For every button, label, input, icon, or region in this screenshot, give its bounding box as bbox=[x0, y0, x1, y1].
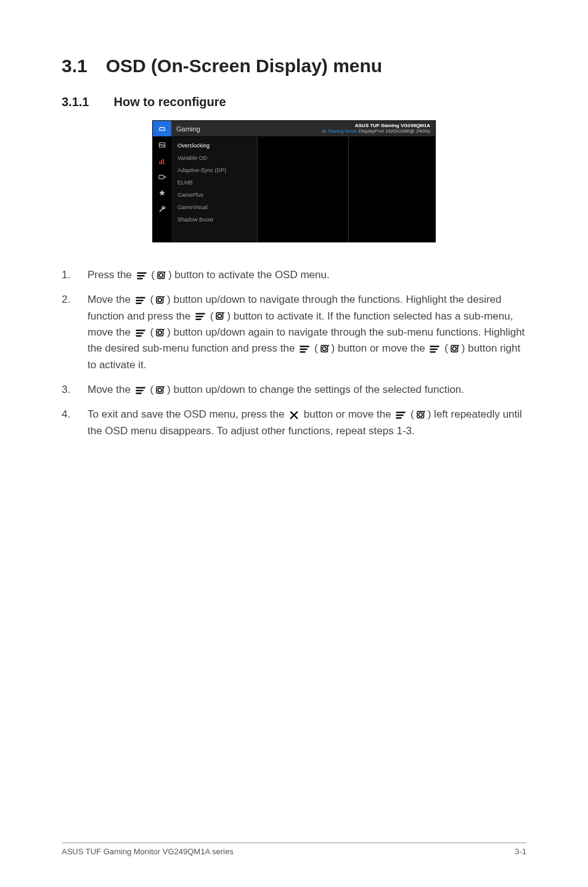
close-icon bbox=[288, 409, 300, 421]
star-icon bbox=[153, 185, 171, 201]
step-1: 1. Press the () button to activate the O… bbox=[62, 267, 526, 283]
joystick-icon bbox=[449, 343, 461, 355]
menu-icon bbox=[134, 327, 147, 339]
svg-rect-2 bbox=[161, 160, 162, 163]
menu-icon bbox=[134, 384, 147, 397]
list-item: ELMB bbox=[171, 176, 257, 189]
step-number: 2. bbox=[62, 292, 88, 373]
osd-submenu-col bbox=[258, 137, 349, 242]
step-2: 2. Move the () button up/down to navigat… bbox=[62, 292, 526, 373]
joystick-icon bbox=[154, 327, 166, 339]
step-number: 3. bbox=[62, 382, 88, 398]
menu-icon bbox=[428, 343, 441, 355]
menu-icon bbox=[298, 343, 311, 355]
subsection-number: 3.1.1 bbox=[62, 95, 89, 109]
step-text: Move the () button up/down to change the… bbox=[88, 382, 526, 398]
list-item: Overclocking bbox=[171, 139, 257, 152]
menu-icon bbox=[394, 409, 407, 421]
page-footer: ASUS TUF Gaming Monitor VG249QM1A series… bbox=[62, 843, 526, 856]
joystick-icon bbox=[415, 409, 427, 421]
controller-icon bbox=[153, 121, 171, 137]
step-number: 1. bbox=[62, 267, 88, 283]
menu-icon bbox=[134, 294, 147, 307]
section-heading: 3.1 OSD (On-Screen Display) menu bbox=[62, 56, 526, 76]
step-4: 4. To exit and save the OSD menu, press … bbox=[62, 406, 526, 439]
joystick-icon bbox=[319, 343, 331, 355]
menu-icon bbox=[194, 310, 206, 323]
osd-mode-label: Racing Mode bbox=[328, 128, 357, 134]
osd-panel: Gaming ASUS TUF Gaming VG249QM1A ▭ Racin… bbox=[152, 120, 436, 242]
svg-rect-3 bbox=[163, 159, 164, 163]
wrench-icon bbox=[153, 201, 171, 217]
osd-body: Overclocking Variable OD Adaptive-Sync (… bbox=[171, 137, 435, 242]
joystick-icon bbox=[154, 294, 166, 307]
monitor-icon: ▭ bbox=[322, 128, 327, 134]
svg-rect-1 bbox=[159, 161, 160, 163]
osd-menu-list: Overclocking Variable OD Adaptive-Sync (… bbox=[171, 137, 258, 242]
osd-signal-label: DisplayPort 1920x1080@ 240Hz bbox=[359, 128, 430, 134]
osd-side-tabs bbox=[153, 121, 171, 242]
subsection-title: How to reconfigure bbox=[113, 95, 226, 109]
list-item: Adaptive-Sync (DP) bbox=[171, 164, 257, 176]
list-item: GameVisual bbox=[171, 201, 257, 213]
footer-page-number: 3-1 bbox=[515, 847, 526, 856]
input-icon bbox=[153, 169, 171, 185]
osd-header-status: ASUS TUF Gaming VG249QM1A ▭ Racing Mode … bbox=[322, 123, 430, 134]
joystick-icon bbox=[154, 384, 166, 397]
section-number: 3.1 bbox=[62, 56, 88, 76]
footer-model: ASUS TUF Gaming Monitor VG249QM1A series bbox=[62, 847, 234, 856]
step-text: Press the () button to activate the OSD … bbox=[88, 267, 526, 283]
list-item: Variable OD bbox=[171, 152, 257, 164]
svg-rect-5 bbox=[159, 175, 164, 179]
bars-icon bbox=[153, 153, 171, 169]
instruction-list: 1. Press the () button to activate the O… bbox=[62, 267, 526, 439]
osd-header: Gaming ASUS TUF Gaming VG249QM1A ▭ Racin… bbox=[171, 121, 435, 137]
picture-icon bbox=[153, 137, 171, 153]
menu-icon bbox=[136, 270, 148, 282]
step-3: 3. Move the () button up/down to change … bbox=[62, 382, 526, 398]
joystick-icon bbox=[214, 310, 226, 323]
step-number: 4. bbox=[62, 406, 88, 439]
list-item: GamePlus bbox=[171, 189, 257, 201]
osd-header-title: Gaming bbox=[176, 125, 200, 133]
step-text: Move the () button up/down to navigate t… bbox=[88, 292, 526, 373]
section-title: OSD (On-Screen Display) menu bbox=[106, 56, 382, 76]
subsection-heading: 3.1.1 How to reconfigure bbox=[62, 95, 526, 109]
list-item: Shadow Boost bbox=[171, 213, 257, 226]
svg-rect-4 bbox=[159, 163, 166, 164]
osd-value-col bbox=[349, 137, 435, 242]
step-text: To exit and save the OSD menu, press the… bbox=[88, 406, 526, 439]
joystick-icon bbox=[155, 270, 168, 282]
